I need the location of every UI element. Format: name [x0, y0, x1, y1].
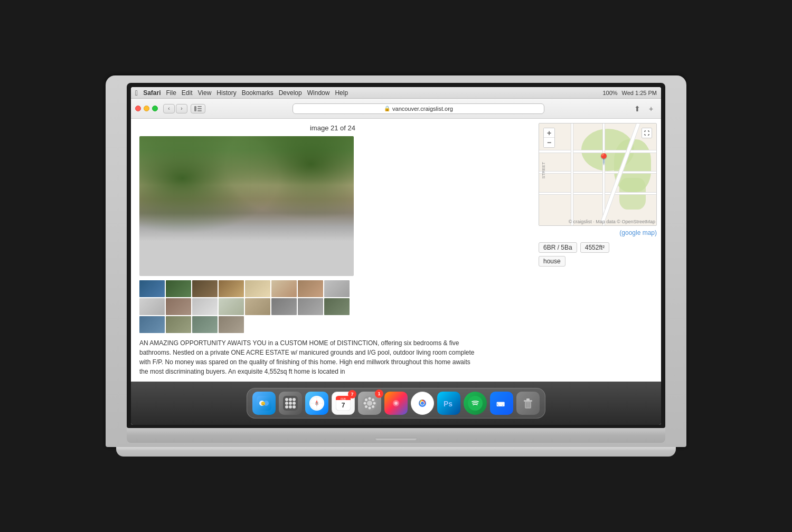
- thumbnail-14[interactable]: [271, 298, 297, 315]
- thumbnail-11[interactable]: [192, 298, 218, 315]
- screen:  Safari File Edit View History Bookmark…: [131, 87, 661, 425]
- minimize-button[interactable]: [144, 106, 149, 111]
- new-tab-button[interactable]: +: [645, 103, 657, 115]
- dock-settings[interactable]: 1: [358, 392, 381, 415]
- page-content: image 21 of 24: [131, 119, 661, 382]
- svg-point-37: [365, 405, 367, 408]
- thumbnail-2[interactable]: [166, 280, 191, 297]
- svg-point-17: [293, 405, 296, 408]
- dock-trash[interactable]: [516, 392, 540, 415]
- map-fullscreen-button[interactable]: [642, 128, 652, 138]
- menu-history[interactable]: History: [216, 89, 236, 97]
- bedroom-bathroom-badge: 6BR / 5Ba: [539, 242, 577, 253]
- svg-point-34: [373, 402, 376, 405]
- thumbnail-15[interactable]: [298, 298, 323, 315]
- thumbnail-6[interactable]: [271, 280, 297, 297]
- image-counter: image 21 of 24: [139, 124, 526, 132]
- map-container[interactable]: STREET 📍 + −: [539, 123, 657, 226]
- back-button[interactable]: ‹: [163, 104, 175, 113]
- google-map-anchor[interactable]: (google map): [619, 229, 657, 236]
- thumbnail-9[interactable]: [139, 298, 165, 315]
- menu-window[interactable]: Window: [307, 89, 330, 97]
- svg-point-45: [421, 402, 424, 405]
- menu-bookmarks[interactable]: Bookmarks: [242, 89, 274, 97]
- thumbnail-18[interactable]: [166, 316, 191, 333]
- nav-buttons: ‹ ›: [163, 104, 187, 113]
- thumbnail-16[interactable]: [324, 298, 350, 315]
- thumbnail-19[interactable]: [192, 316, 218, 333]
- forward-button[interactable]: ›: [176, 104, 187, 113]
- svg-point-32: [369, 407, 371, 410]
- thumbnail-20[interactable]: [219, 316, 244, 333]
- svg-text:⌨: ⌨: [496, 401, 505, 407]
- menubar-time: Wed 1:25 PM: [622, 90, 657, 96]
- dock-finder[interactable]: 😊: [252, 392, 276, 415]
- dock-container: 😊: [131, 384, 661, 423]
- house-tag: house: [539, 256, 565, 267]
- thumbnail-17[interactable]: [139, 316, 165, 333]
- thumbnail-13[interactable]: [245, 298, 270, 315]
- thumbnail-8[interactable]: [324, 280, 350, 297]
- sidebar-button[interactable]: [191, 104, 205, 113]
- map-zoom-in[interactable]: +: [544, 128, 554, 138]
- svg-point-14: [293, 402, 296, 405]
- menu-file[interactable]: File: [166, 89, 176, 97]
- menu-help[interactable]: Help: [335, 89, 348, 97]
- dock-photos[interactable]: [384, 392, 408, 415]
- map-zoom-controls: + −: [543, 128, 555, 148]
- map-attribution: © craigslist · Map data © OpenStreetMap: [569, 219, 655, 224]
- svg-point-47: [468, 396, 483, 411]
- house-tag-container: house: [539, 253, 657, 267]
- url-text: vancouver.craigslist.org: [392, 106, 453, 112]
- thumbnail-7[interactable]: [298, 280, 323, 297]
- laptop-base: [116, 447, 676, 457]
- svg-point-11: [293, 398, 296, 401]
- property-details: 6BR / 5Ba 4552ft²: [539, 242, 657, 253]
- menubar:  Safari File Edit View History Bookmark…: [131, 87, 661, 99]
- thumbnail-5[interactable]: [245, 280, 270, 297]
- dock-spotify[interactable]: [464, 392, 487, 415]
- menubar-menu-items: File Edit View History Bookmarks Develop…: [166, 89, 348, 97]
- menu-edit[interactable]: Edit: [182, 89, 193, 97]
- thumbnail-12[interactable]: [219, 298, 244, 315]
- toolbar-actions: ⬆ +: [631, 103, 657, 115]
- thumbnail-3[interactable]: [192, 280, 218, 297]
- close-button[interactable]: [135, 106, 141, 111]
- dock: 😊: [247, 388, 545, 419]
- dock-chrome[interactable]: [411, 392, 434, 415]
- dock-xcode[interactable]: ⌨: [490, 392, 513, 415]
- svg-point-13: [289, 402, 292, 405]
- share-button[interactable]: ⬆: [631, 103, 643, 115]
- svg-rect-1: [197, 106, 202, 107]
- map-pin: 📍: [597, 153, 610, 165]
- content-left: image 21 of 24: [131, 119, 534, 382]
- traffic-lights: [135, 106, 158, 111]
- laptop-frame:  Safari File Edit View History Bookmark…: [106, 75, 686, 457]
- dock-calendar[interactable]: 7 7 FEB: [332, 392, 355, 415]
- svg-point-15: [285, 405, 288, 408]
- dock-launchpad[interactable]: [279, 392, 302, 415]
- svg-point-30: [367, 401, 372, 406]
- svg-rect-3: [197, 110, 202, 111]
- thumbnail-10[interactable]: [166, 298, 191, 315]
- menubar-right: 100% Wed 1:25 PM: [602, 90, 657, 96]
- svg-point-38: [372, 398, 374, 401]
- svg-point-16: [289, 405, 292, 408]
- fullscreen-button[interactable]: [152, 106, 158, 111]
- dock-background: 😊: [131, 382, 661, 425]
- thumbnail-4[interactable]: [219, 280, 244, 297]
- svg-point-41: [394, 402, 398, 405]
- map-zoom-out[interactable]: −: [544, 138, 554, 147]
- menu-view[interactable]: View: [198, 89, 212, 97]
- url-bar[interactable]: 🔒 vancouver.craigslist.org: [293, 103, 544, 114]
- screen-bezel:  Safari File Edit View History Bookmark…: [127, 83, 665, 428]
- settings-badge: 1: [375, 390, 383, 398]
- menu-develop[interactable]: Develop: [279, 89, 302, 97]
- thumbnail-1[interactable]: [139, 280, 165, 297]
- svg-point-35: [365, 398, 367, 401]
- lock-icon: 🔒: [384, 106, 390, 111]
- dock-safari[interactable]: [305, 392, 328, 415]
- dock-photoshop[interactable]: Ps: [437, 392, 460, 415]
- main-photo[interactable]: [139, 136, 354, 276]
- google-map-link: (google map): [539, 227, 657, 237]
